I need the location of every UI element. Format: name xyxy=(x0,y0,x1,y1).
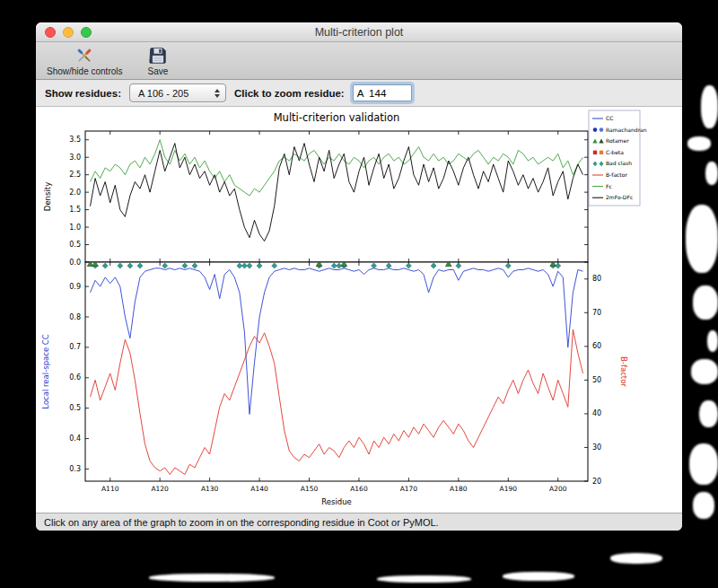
traffic-lights xyxy=(45,27,92,38)
save-label: Save xyxy=(148,66,169,76)
svg-text:A150: A150 xyxy=(301,485,319,493)
screen-artifact xyxy=(701,85,718,128)
svg-text:0.8: 0.8 xyxy=(69,313,81,321)
svg-text:0.4: 0.4 xyxy=(69,434,81,443)
svg-text:A130: A130 xyxy=(201,485,219,493)
desktop-background: Multi-criterion plot xyxy=(0,0,718,588)
svg-text:A170: A170 xyxy=(400,485,418,493)
window-title: Multi-criterion plot xyxy=(315,26,404,39)
svg-text:2.5: 2.5 xyxy=(69,171,81,179)
figure-svg[interactable]: Multi-criterion validationDensityLocal r… xyxy=(36,107,682,513)
svg-text:0.5: 0.5 xyxy=(69,241,81,249)
density-ylabel: Density xyxy=(43,182,52,211)
svg-text:A140: A140 xyxy=(250,485,268,493)
save-floppy-icon xyxy=(148,46,168,66)
toolbar: Show/hide controls Save xyxy=(36,42,682,80)
legend-label: Rotamer xyxy=(606,137,629,144)
controls-bar: Show residues: A 106 - 205 Click to zoom… xyxy=(36,80,682,107)
svg-text:0.0: 0.0 xyxy=(69,259,81,267)
screen-artifact xyxy=(610,553,662,564)
svg-text:3.0: 3.0 xyxy=(69,154,81,162)
svg-text:1.0: 1.0 xyxy=(69,224,81,232)
screen-artifact xyxy=(377,575,471,583)
app-window: Multi-criterion plot xyxy=(36,22,682,531)
screen-artifact xyxy=(707,330,718,352)
x-axis-label: Residue xyxy=(321,497,352,506)
screen-artifact xyxy=(503,572,574,581)
svg-text:0.9: 0.9 xyxy=(69,283,81,291)
svg-text:20: 20 xyxy=(592,478,601,486)
cc-ylabel: Local real-space CC xyxy=(41,334,50,408)
screen-artifact xyxy=(686,205,718,273)
cc-axes[interactable] xyxy=(85,262,588,481)
svg-text:A200: A200 xyxy=(549,485,567,493)
legend-marker xyxy=(593,151,597,154)
svg-text:3.5: 3.5 xyxy=(69,136,81,144)
svg-text:A110: A110 xyxy=(101,485,119,493)
zoom-residue-label: Click to zoom residue: xyxy=(234,88,345,99)
legend-label: 2mFo-DFc xyxy=(606,194,633,200)
legend-box xyxy=(589,110,640,206)
svg-text:A180: A180 xyxy=(450,485,468,493)
svg-text:0.5: 0.5 xyxy=(69,404,81,412)
svg-text:0.6: 0.6 xyxy=(69,373,81,382)
legend-label: Ramachandran xyxy=(606,127,647,133)
legend-label: Fc xyxy=(606,183,612,189)
svg-text:40: 40 xyxy=(592,409,601,417)
residue-range-value: A 106 - 205 xyxy=(138,88,188,99)
legend-label: CC xyxy=(606,115,613,121)
screen-artifact xyxy=(693,285,718,320)
show-residues-label: Show residues: xyxy=(45,88,121,99)
screen-artifact xyxy=(691,359,718,384)
zoom-window-button[interactable] xyxy=(81,27,92,38)
minimize-button[interactable] xyxy=(63,27,74,38)
close-button[interactable] xyxy=(45,27,56,38)
svg-text:A160: A160 xyxy=(350,485,368,493)
status-bar: Click on any area of the graph to zoom i… xyxy=(36,513,682,531)
svg-text:0.3: 0.3 xyxy=(69,465,81,473)
legend-label: C-beta xyxy=(606,149,624,155)
plot-area[interactable]: Multi-criterion validationDensityLocal r… xyxy=(36,107,682,513)
residue-range-select[interactable]: A 106 - 205 xyxy=(129,83,226,102)
legend-marker xyxy=(600,151,603,154)
screen-artifact xyxy=(693,492,714,519)
svg-text:A120: A120 xyxy=(151,485,169,493)
svg-text:80: 80 xyxy=(592,275,601,283)
show-hide-controls-button[interactable]: Show/hide controls xyxy=(47,46,123,76)
svg-text:50: 50 xyxy=(592,376,601,384)
svg-text:30: 30 xyxy=(592,443,601,452)
save-button[interactable]: Save xyxy=(148,46,169,76)
svg-text:2.0: 2.0 xyxy=(69,189,81,197)
zoom-residue-input[interactable] xyxy=(353,84,412,101)
screen-artifact xyxy=(687,136,711,151)
legend-label: B-factor xyxy=(606,171,627,178)
screen-artifact xyxy=(699,400,718,427)
density-axes[interactable] xyxy=(85,131,588,262)
figure-title: Multi-criterion validation xyxy=(274,111,400,124)
legend-label: Bad clash xyxy=(606,160,632,166)
legend-marker xyxy=(593,127,598,132)
svg-text:60: 60 xyxy=(592,342,601,350)
legend-marker xyxy=(600,127,604,132)
status-text: Click on any area of the graph to zoom i… xyxy=(44,517,439,528)
dropdown-arrows-icon xyxy=(207,89,220,98)
svg-text:70: 70 xyxy=(592,309,601,317)
svg-text:A190: A190 xyxy=(500,485,518,493)
svg-text:1.5: 1.5 xyxy=(69,206,81,214)
tools-icon xyxy=(74,46,94,66)
titlebar[interactable]: Multi-criterion plot xyxy=(36,22,682,42)
bfactor-ylabel: B-factor xyxy=(619,356,628,387)
screen-artifact xyxy=(149,574,275,582)
screen-artifact xyxy=(689,443,718,485)
show-hide-controls-label: Show/hide controls xyxy=(47,66,123,76)
svg-text:0.7: 0.7 xyxy=(69,343,81,351)
screen-artifact xyxy=(705,162,718,185)
